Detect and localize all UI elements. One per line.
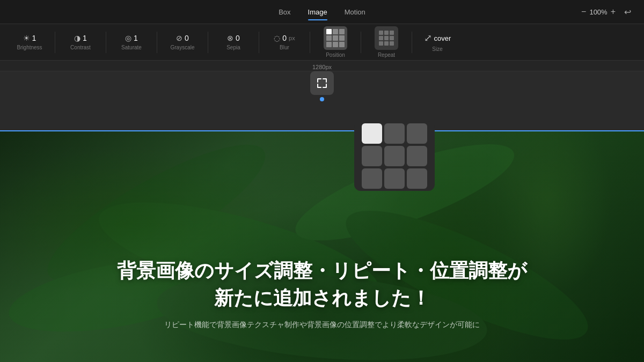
pg-cell-8 [339,42,345,47]
sep-7 [361,32,361,53]
brightness-value[interactable]: 1 [32,34,36,42]
sep-2 [106,32,106,53]
expand-icon [316,77,328,89]
sep-8 [412,32,412,53]
nav-tabs: Box Image Motion [279,6,365,18]
sepia-icon: ⊗ [227,34,233,42]
pg-cell-7 [333,42,338,47]
contrast-control: ◑ 1 Contrast [62,34,99,50]
canvas-area: 1280px [0,61,644,362]
size-control: ⤢ cover Size [419,32,456,52]
sepia-control: ⊗ 0 Sepia [215,34,252,50]
pp-cell-top-left[interactable] [362,123,382,144]
pg-cell-0 [326,29,332,34]
sep-1 [55,32,55,53]
pp-cell-top-center[interactable] [384,123,405,144]
blur-value[interactable]: 0 [282,34,287,42]
size-expand-icon: ⤢ [424,32,432,44]
sepia-value[interactable]: 0 [236,34,240,42]
repeat-button[interactable] [375,26,398,50]
blue-horizontal-line [0,130,644,131]
tab-image[interactable]: Image [308,6,327,18]
pp-cell-bot-left[interactable] [362,168,382,189]
size-label: Size [432,46,442,52]
pg-cell-1 [333,29,338,34]
pp-cell-bot-center[interactable] [384,168,405,189]
pg-cell-4 [333,35,338,41]
text-overlay: 背景画像のサイズ調整・リピート・位置調整が 新たに追加されました！ リピート機能… [0,257,644,330]
repeat-control: Repeat [368,26,405,58]
pp-cell-mid-right[interactable] [407,146,427,166]
saturate-control: ◎ 1 Saturate [113,34,150,50]
blur-unit: px [289,35,295,41]
position-popup [354,121,435,191]
grayscale-label: Grayscale [170,45,194,50]
pg-cell-6 [326,42,332,47]
position-control: Position [317,26,354,58]
brightness-control: ☀ 1 Brightness [11,34,48,50]
blur-icon: ◌ [274,34,280,42]
top-nav: Box Image Motion − 100% + ↩ [0,0,644,24]
grayscale-control: ⊘ 0 Grayscale [164,34,201,50]
tab-motion[interactable]: Motion [345,6,365,18]
ruler-line: 1280px [0,61,644,71]
pp-cell-top-right[interactable] [407,123,427,144]
position-button[interactable] [324,26,347,50]
brightness-label: Brightness [17,45,42,50]
zoom-in-button[interactable]: + [611,8,616,16]
sep-5 [259,32,259,53]
saturate-label: Saturate [121,45,142,50]
blue-dot [320,97,324,101]
controls-bar: ☀ 1 Brightness ◑ 1 Contrast ◎ 1 Saturate… [0,24,644,61]
zoom-controls: − 100% + [581,8,616,16]
pp-cell-mid-left[interactable] [362,146,382,166]
contrast-label: Contrast [70,45,91,50]
undo-button[interactable]: ↩ [624,7,631,17]
pg-cell-5 [339,35,345,41]
repeat-icon-grid [379,31,394,46]
main-heading-line2: 新たに追加されました！ [0,285,644,312]
sep-6 [310,32,310,53]
zoom-level: 100% [589,8,607,16]
position-grid-icon [326,29,345,47]
saturate-icon: ◎ [125,34,131,42]
blur-label: Blur [280,45,289,50]
pg-cell-3 [326,35,332,41]
pp-cell-bot-right[interactable] [407,168,427,189]
grayscale-value[interactable]: 0 [185,34,189,42]
sepia-label: Sepia [226,45,240,50]
sep-3 [157,32,157,53]
contrast-icon: ◑ [74,34,80,42]
sep-4 [208,32,208,53]
expand-button[interactable] [310,71,334,95]
repeat-label: Repeat [378,52,395,58]
grayscale-icon: ⊘ [176,34,182,42]
zoom-out-button[interactable]: − [581,8,586,16]
expand-overlay [310,71,334,101]
blur-control: ◌ 0 px Blur [266,34,303,50]
position-label: Position [326,52,345,58]
brightness-icon: ☀ [23,34,30,42]
position-picker-grid [362,123,427,189]
main-heading-line1: 背景画像のサイズ調整・リピート・位置調整が [0,257,644,284]
sub-heading: リピート機能で背景画像テクスチャ制作や背景画像の位置調整でより柔軟なデザインが可… [0,320,644,330]
saturate-value[interactable]: 1 [134,34,138,42]
contrast-value[interactable]: 1 [83,34,87,42]
size-value[interactable]: cover [434,34,451,42]
pp-cell-mid-center[interactable] [384,146,405,166]
tab-box[interactable]: Box [279,6,290,18]
main-heading: 背景画像のサイズ調整・リピート・位置調整が 新たに追加されました！ [0,257,644,312]
pg-cell-2 [339,29,345,34]
canvas-width-label: 1280px [312,64,332,70]
nav-right: − 100% + ↩ [581,7,631,17]
